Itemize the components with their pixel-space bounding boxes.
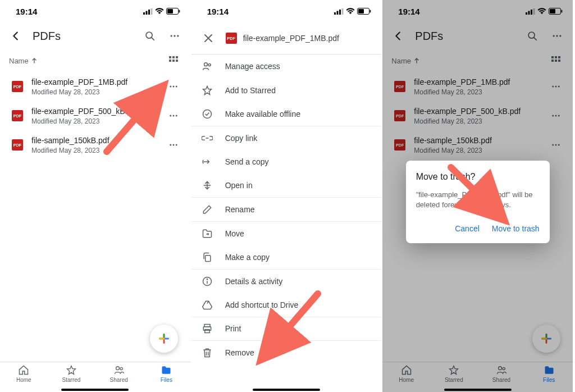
menu-manage-access[interactable]: Manage access <box>191 54 382 79</box>
menu-label: Make available offline <box>225 110 300 118</box>
menu-label: Print <box>225 324 241 333</box>
file-more-button[interactable] <box>163 135 184 155</box>
file-modified: Modified May 28, 2023 <box>31 88 156 96</box>
menu-copy-link[interactable]: Copy link <box>191 126 382 151</box>
home-indicator[interactable] <box>61 389 129 391</box>
file-modified: Modified May 28, 2023 <box>414 117 538 125</box>
people-icon <box>202 61 213 72</box>
svg-rect-36 <box>337 11 339 15</box>
open-in-icon <box>202 180 213 191</box>
svg-rect-16 <box>172 60 175 62</box>
status-right <box>334 7 371 16</box>
file-more-button[interactable] <box>163 106 184 126</box>
file-row[interactable]: PDF file-example_PDF_1MB.pdfModified May… <box>382 72 573 101</box>
menu-remove[interactable]: Remove <box>191 341 382 365</box>
sheet-header: PDF file-example_PDF_1MB.pdf <box>191 22 382 54</box>
file-row[interactable]: PDF file-example_PDF_500_kB.pdfModified … <box>382 101 573 130</box>
file-row[interactable]: PDF file-sample_150kB.pdfModified May 28… <box>382 130 573 159</box>
menu-add-shortcut[interactable]: Add shortcut to Drive <box>191 293 382 317</box>
menu-rename[interactable]: Rename <box>191 198 382 222</box>
menu-label: Send a copy <box>225 157 269 166</box>
menu-move[interactable]: Move <box>191 222 382 246</box>
search-button[interactable] <box>521 25 544 47</box>
svg-point-19 <box>172 86 174 88</box>
tab-files[interactable]: Files <box>143 364 190 383</box>
file-row[interactable]: PDF file-example_PDF_500_kB.pdfModified … <box>0 101 190 130</box>
tab-home[interactable]: Home <box>382 364 430 383</box>
file-row[interactable]: PDF file-example_PDF_1MB.pdfModified May… <box>0 72 190 101</box>
status-time: 19:14 <box>16 7 37 16</box>
tab-label: Home <box>16 377 31 383</box>
pdf-icon: PDF <box>11 139 24 151</box>
svg-point-79 <box>558 115 560 117</box>
svg-rect-41 <box>370 10 371 12</box>
cancel-button[interactable]: Cancel <box>455 220 480 238</box>
menu-print[interactable]: Print <box>191 317 382 341</box>
menu-send-copy[interactable]: Send a copy <box>191 150 382 174</box>
home-indicator[interactable] <box>253 389 320 391</box>
view-toggle[interactable] <box>548 53 564 69</box>
action-menu: Manage access Add to Starred Make availa… <box>191 54 382 365</box>
sort-row: Name <box>0 49 190 72</box>
pdf-icon: PDF <box>11 80 24 93</box>
screen-confirm-dialog: 19:14 PDFs Name PDF file-example_PDF_1MB… <box>382 0 573 392</box>
file-name: file-sample_150kB.pdf <box>31 135 156 145</box>
pdf-icon: PDF <box>11 110 24 122</box>
dialog-body: "file-example_PDF_1MB.pdf" will be delet… <box>416 190 540 209</box>
svg-rect-72 <box>555 60 557 62</box>
svg-rect-73 <box>558 60 560 62</box>
menu-label: Remove <box>225 348 254 357</box>
svg-point-46 <box>203 110 211 118</box>
svg-point-25 <box>172 144 174 146</box>
confirm-button[interactable]: Move to trash <box>492 220 540 238</box>
trash-icon <box>202 347 213 358</box>
send-icon <box>202 156 213 167</box>
svg-rect-70 <box>558 56 560 58</box>
home-indicator[interactable] <box>444 389 512 391</box>
svg-point-11 <box>177 35 179 37</box>
status-bar: 19:14 <box>382 0 573 22</box>
link-icon <box>202 133 213 144</box>
info-icon <box>202 276 213 287</box>
close-button[interactable] <box>197 27 220 49</box>
menu-make-offline[interactable]: Make available offline <box>191 102 382 126</box>
view-toggle[interactable] <box>166 53 181 69</box>
svg-rect-2 <box>148 10 150 15</box>
tab-starred[interactable]: Starred <box>430 364 478 383</box>
pdf-icon: PDF <box>225 32 238 44</box>
dialog-title: Move to trash? <box>416 172 540 182</box>
back-button[interactable] <box>387 25 409 47</box>
svg-rect-57 <box>528 11 530 15</box>
sort-button[interactable]: Name <box>9 57 38 65</box>
svg-rect-0 <box>143 12 145 15</box>
file-modified: Modified May 28, 2023 <box>31 117 156 125</box>
file-more-button[interactable] <box>163 76 184 97</box>
more-button[interactable] <box>163 25 186 47</box>
file-row[interactable]: PDF file-sample_150kB.pdfModified May 28… <box>0 130 190 159</box>
menu-details[interactable]: Details & activity <box>191 270 382 294</box>
svg-rect-5 <box>167 9 173 13</box>
tab-files[interactable]: Files <box>525 364 573 383</box>
tab-starred[interactable]: Starred <box>48 364 95 383</box>
tab-home[interactable]: Home <box>0 364 48 383</box>
sort-button[interactable]: Name <box>391 57 420 65</box>
tab-label: Files <box>161 377 172 383</box>
more-button[interactable] <box>546 25 568 47</box>
fab-add[interactable] <box>532 325 560 353</box>
tab-shared[interactable]: Shared <box>478 364 526 383</box>
menu-add-starred[interactable]: Add to Starred <box>191 79 382 103</box>
svg-line-8 <box>151 38 154 40</box>
search-button[interactable] <box>139 25 161 47</box>
tab-shared[interactable]: Shared <box>95 364 143 383</box>
fab-add[interactable] <box>150 325 178 353</box>
svg-point-22 <box>172 115 174 117</box>
menu-make-copy[interactable]: Make a copy <box>191 245 382 270</box>
svg-point-9 <box>170 35 172 37</box>
menu-open-in[interactable]: Open in <box>191 174 382 198</box>
file-more-button[interactable] <box>546 76 566 97</box>
svg-rect-35 <box>334 12 336 15</box>
file-more-button[interactable] <box>546 135 566 155</box>
screen-file-list: 19:14 PDFs Name PDF file-example_PDF_1MB… <box>0 0 190 392</box>
file-more-button[interactable] <box>546 106 566 126</box>
back-button[interactable] <box>4 25 27 47</box>
